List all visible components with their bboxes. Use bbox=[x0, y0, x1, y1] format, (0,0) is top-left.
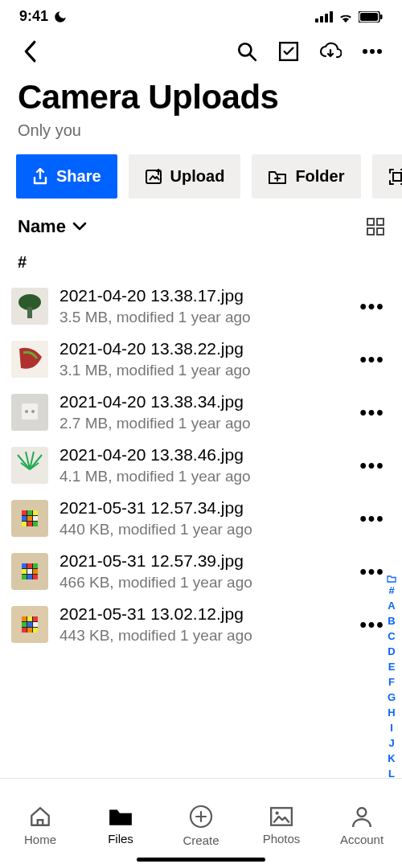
tab-account[interactable]: Account bbox=[322, 779, 402, 868]
svg-rect-0 bbox=[315, 18, 318, 23]
svg-rect-47 bbox=[22, 563, 27, 568]
index-letter[interactable]: A bbox=[388, 598, 395, 613]
index-letter[interactable]: E bbox=[388, 659, 396, 674]
file-thumbnail bbox=[11, 553, 48, 590]
tab-files-label: Files bbox=[108, 832, 133, 845]
file-row[interactable]: 2021-05-31 12.57.39.jpg466 KB, modified … bbox=[0, 545, 402, 598]
svg-rect-24 bbox=[22, 403, 38, 420]
svg-rect-1 bbox=[320, 16, 323, 23]
folder-filled-icon bbox=[108, 806, 133, 827]
file-name: 2021-05-31 13.02.12.jpg bbox=[59, 604, 347, 624]
share-label: Share bbox=[56, 167, 101, 186]
file-more-button[interactable]: ••• bbox=[359, 295, 386, 317]
svg-rect-61 bbox=[22, 622, 27, 627]
index-folder-icon[interactable] bbox=[387, 575, 396, 583]
index-letter[interactable]: I bbox=[390, 720, 393, 735]
index-letter[interactable]: B bbox=[388, 613, 395, 628]
svg-rect-27 bbox=[11, 447, 48, 484]
svg-rect-18 bbox=[377, 228, 384, 235]
tab-photos-label: Photos bbox=[263, 832, 301, 845]
svg-rect-65 bbox=[27, 628, 32, 633]
index-letter[interactable]: F bbox=[388, 674, 395, 690]
svg-rect-42 bbox=[22, 522, 27, 526]
file-more-button[interactable]: ••• bbox=[359, 454, 386, 477]
upload-button[interactable]: Upload bbox=[129, 154, 241, 199]
file-name: 2021-05-31 12.57.39.jpg bbox=[59, 551, 347, 571]
file-more-button[interactable]: ••• bbox=[359, 348, 386, 371]
select-button[interactable] bbox=[275, 38, 302, 65]
svg-rect-36 bbox=[22, 510, 27, 515]
file-meta: 2.7 MB, modified 1 year ago bbox=[59, 415, 347, 432]
svg-point-11 bbox=[370, 49, 375, 54]
search-button[interactable] bbox=[233, 38, 260, 65]
svg-rect-5 bbox=[360, 13, 378, 21]
file-row[interactable]: 2021-04-20 13.38.34.jpg2.7 MB, modified … bbox=[0, 386, 402, 439]
index-letter[interactable]: G bbox=[388, 690, 396, 705]
back-button[interactable] bbox=[16, 38, 43, 65]
upload-icon bbox=[145, 169, 162, 185]
share-button[interactable]: Share bbox=[16, 154, 117, 199]
file-name: 2021-04-20 13.38.34.jpg bbox=[59, 392, 347, 411]
tab-create[interactable]: Create bbox=[161, 779, 241, 868]
scan-button[interactable]: S bbox=[372, 154, 403, 199]
page-subtitle: Only you bbox=[0, 118, 402, 154]
file-more-button[interactable]: ••• bbox=[359, 401, 386, 424]
svg-rect-50 bbox=[22, 569, 27, 574]
file-row[interactable]: 2021-04-20 13.38.17.jpg3.5 MB, modified … bbox=[0, 280, 402, 333]
upload-label: Upload bbox=[170, 167, 225, 186]
file-name: 2021-04-20 13.38.17.jpg bbox=[59, 286, 347, 305]
more-button[interactable] bbox=[359, 38, 386, 65]
svg-rect-59 bbox=[27, 616, 32, 621]
folder-button[interactable]: Folder bbox=[252, 154, 360, 199]
file-more-button[interactable]: ••• bbox=[359, 613, 386, 636]
svg-rect-39 bbox=[22, 516, 27, 521]
index-letter[interactable]: # bbox=[388, 583, 394, 598]
wifi-icon bbox=[338, 11, 354, 23]
tab-create-label: Create bbox=[183, 833, 219, 847]
tab-files[interactable]: Files bbox=[80, 779, 161, 868]
svg-rect-54 bbox=[27, 575, 32, 579]
sort-button[interactable]: Name bbox=[18, 216, 87, 237]
home-indicator[interactable] bbox=[137, 858, 265, 862]
home-icon bbox=[28, 805, 52, 828]
file-row[interactable]: 2021-05-31 12.57.34.jpg440 KB, modified … bbox=[0, 492, 402, 545]
grid-view-button[interactable] bbox=[367, 218, 384, 235]
index-letter[interactable]: J bbox=[388, 735, 394, 751]
status-time: 9:41 bbox=[19, 8, 48, 25]
share-icon bbox=[32, 168, 48, 186]
file-thumbnail bbox=[11, 606, 48, 643]
svg-rect-14 bbox=[393, 173, 401, 181]
svg-rect-52 bbox=[33, 569, 38, 574]
file-meta: 4.1 MB, modified 1 year ago bbox=[59, 468, 347, 485]
page-title: Camera Uploads bbox=[0, 72, 402, 118]
svg-rect-2 bbox=[325, 14, 328, 23]
download-button[interactable] bbox=[317, 38, 344, 65]
index-letter[interactable]: K bbox=[388, 751, 395, 766]
file-thumbnail bbox=[11, 394, 48, 431]
file-row[interactable]: 2021-05-31 13.02.12.jpg443 KB, modified … bbox=[0, 598, 402, 651]
file-more-button[interactable]: ••• bbox=[359, 560, 386, 583]
svg-rect-60 bbox=[33, 616, 38, 621]
file-row[interactable]: 2021-04-20 13.38.22.jpg3.1 MB, modified … bbox=[0, 333, 402, 386]
chevron-down-icon bbox=[72, 222, 87, 231]
svg-point-26 bbox=[31, 410, 35, 413]
file-row[interactable]: 2021-04-20 13.38.46.jpg4.1 MB, modified … bbox=[0, 439, 402, 492]
battery-icon bbox=[359, 11, 383, 23]
svg-rect-41 bbox=[33, 516, 38, 521]
svg-rect-16 bbox=[377, 219, 384, 225]
status-bar: 9:41 bbox=[0, 0, 402, 28]
index-letter[interactable]: D bbox=[388, 644, 395, 659]
folder-icon bbox=[268, 169, 287, 185]
index-letter[interactable]: H bbox=[388, 705, 395, 720]
file-more-button[interactable]: ••• bbox=[359, 507, 386, 530]
svg-line-8 bbox=[249, 54, 256, 60]
svg-rect-64 bbox=[22, 628, 27, 633]
account-icon bbox=[351, 805, 373, 828]
sort-label: Name bbox=[18, 216, 66, 237]
svg-rect-48 bbox=[27, 563, 32, 568]
index-letter[interactable]: C bbox=[388, 628, 395, 644]
tab-home[interactable]: Home bbox=[0, 779, 80, 868]
svg-rect-51 bbox=[27, 569, 32, 574]
svg-rect-44 bbox=[33, 522, 38, 526]
tab-photos[interactable]: Photos bbox=[241, 779, 322, 868]
